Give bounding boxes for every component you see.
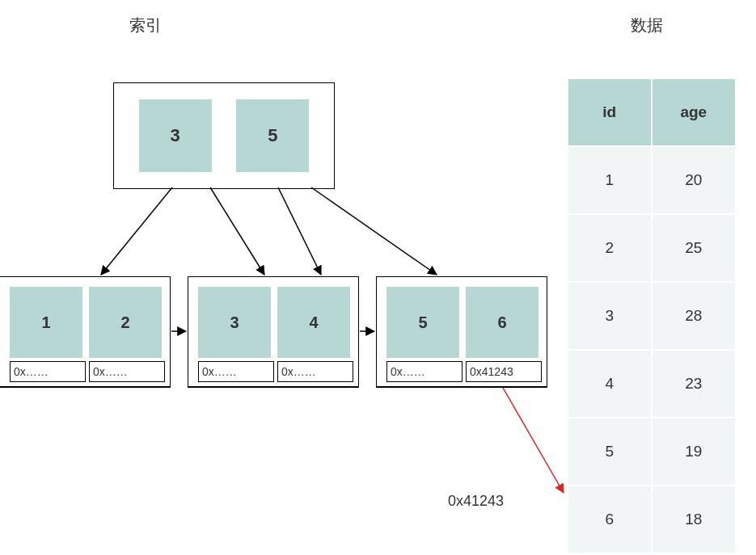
cell-age: 28 xyxy=(652,282,737,350)
arrow-root-to-leaf1 xyxy=(101,187,172,275)
leaf-key: 1 xyxy=(10,287,82,358)
data-title: 数据 xyxy=(631,15,663,36)
btree-root-node: 3 5 xyxy=(113,82,335,189)
root-key: 5 xyxy=(236,99,309,172)
cell-age: 18 xyxy=(652,486,737,553)
cell-age: 20 xyxy=(652,146,737,214)
arrow-root-to-leaf2a xyxy=(210,187,264,275)
arrow-root-to-leaf3 xyxy=(311,187,437,275)
btree-leaf-node: 5 6 0x…… 0x41243 xyxy=(376,276,547,388)
leaf-pointer: 0x41243 xyxy=(466,361,542,382)
btree-leaf-node: 3 4 0x…… 0x…… xyxy=(188,276,359,388)
cell-id: 6 xyxy=(568,486,652,553)
table-row: 519 xyxy=(568,418,736,486)
col-header-id: id xyxy=(568,78,652,146)
table-row: 618 xyxy=(568,486,736,553)
cell-age: 23 xyxy=(652,350,737,418)
table-row: 423 xyxy=(568,350,736,418)
arrow-root-to-leaf2b xyxy=(278,187,321,275)
table-row: 120 xyxy=(568,146,736,214)
arrow-pointer-to-row xyxy=(503,388,564,493)
leaf-key: 6 xyxy=(466,287,538,358)
leaf-pointer: 0x…… xyxy=(10,361,86,382)
cell-age: 19 xyxy=(652,418,737,486)
leaf-pointer: 0x…… xyxy=(277,361,353,382)
cell-id: 2 xyxy=(568,214,652,282)
cell-id: 1 xyxy=(568,146,652,214)
data-table: id age 120 225 328 423 519 618 xyxy=(567,78,737,554)
cell-id: 5 xyxy=(568,418,652,486)
root-key: 3 xyxy=(139,99,212,172)
leaf-pointer: 0x…… xyxy=(89,361,165,382)
leaf-pointer: 0x…… xyxy=(386,361,462,382)
leaf-key: 5 xyxy=(386,287,459,358)
table-header-row: id age xyxy=(568,78,736,146)
pointer-address-label: 0x41243 xyxy=(448,493,504,510)
leaf-key: 4 xyxy=(277,287,350,358)
leaf-key: 2 xyxy=(89,287,162,358)
table-row: 225 xyxy=(568,214,736,282)
leaf-key: 3 xyxy=(198,287,271,358)
leaf-pointer: 0x…… xyxy=(198,361,274,382)
cell-id: 3 xyxy=(568,282,652,350)
diagram-canvas: 索引 数据 3 5 1 2 0x…… 0x…… 3 4 0x…… 0x…… 5 … xyxy=(0,0,756,555)
table-row: 328 xyxy=(568,282,736,350)
index-title: 索引 xyxy=(129,15,162,36)
cell-age: 25 xyxy=(652,214,737,282)
cell-id: 4 xyxy=(568,350,652,418)
col-header-age: age xyxy=(652,78,737,146)
btree-leaf-node: 1 2 0x…… 0x…… xyxy=(0,276,171,388)
